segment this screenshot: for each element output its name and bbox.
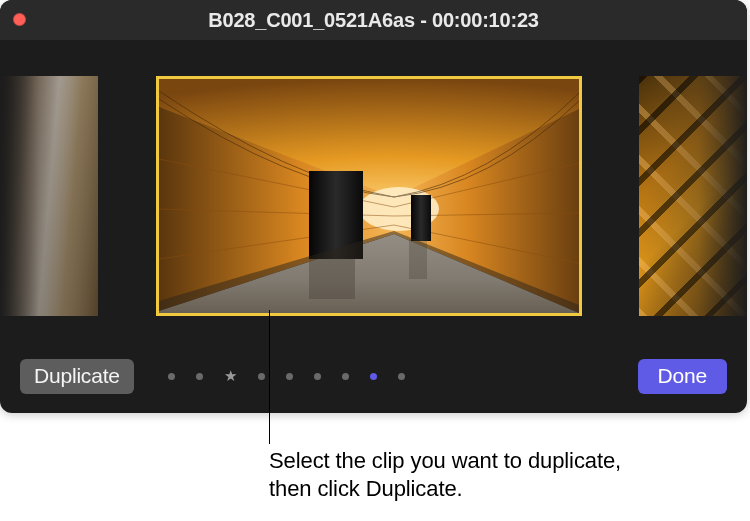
duplicate-button[interactable]: Duplicate bbox=[20, 359, 134, 394]
callout-text: Select the clip you want to duplicate, t… bbox=[269, 447, 669, 503]
audition-dot-current[interactable] bbox=[370, 373, 377, 380]
audition-dot[interactable] bbox=[314, 373, 321, 380]
audition-dot[interactable] bbox=[286, 373, 293, 380]
clip-thumbnail-selected[interactable] bbox=[156, 76, 582, 316]
callout-line bbox=[269, 310, 270, 444]
audition-dot[interactable] bbox=[168, 373, 175, 380]
audition-dot[interactable] bbox=[196, 373, 203, 380]
clip-thumbnail-prev[interactable] bbox=[0, 76, 98, 316]
audition-dots: ★ bbox=[168, 373, 405, 380]
audition-dot[interactable] bbox=[342, 373, 349, 380]
clip-thumbnail-next[interactable] bbox=[639, 76, 747, 316]
done-button[interactable]: Done bbox=[638, 359, 727, 394]
bottom-toolbar: Duplicate ★ Done bbox=[0, 351, 747, 413]
clip-viewer bbox=[0, 46, 747, 346]
titlebar: B028_C001_0521A6as - 00:00:10:23 bbox=[0, 0, 747, 40]
audition-dot[interactable] bbox=[258, 373, 265, 380]
clip-image bbox=[159, 79, 579, 313]
audition-dot[interactable] bbox=[398, 373, 405, 380]
audition-window: B028_C001_0521A6as - 00:00:10:23 bbox=[0, 0, 747, 413]
close-button[interactable] bbox=[13, 13, 26, 26]
audition-favorite-icon[interactable]: ★ bbox=[224, 372, 237, 379]
svg-rect-10 bbox=[411, 195, 431, 241]
window-title: B028_C001_0521A6as - 00:00:10:23 bbox=[0, 9, 747, 32]
